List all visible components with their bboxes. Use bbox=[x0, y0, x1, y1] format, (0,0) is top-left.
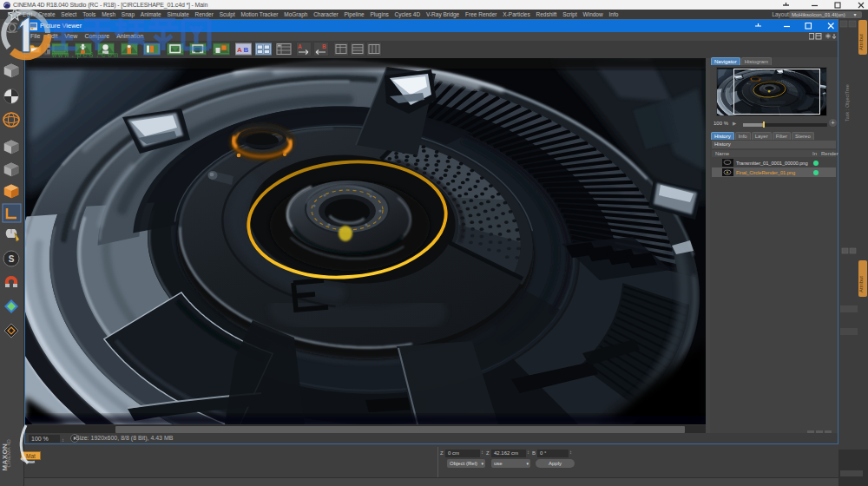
svg-text:A: A bbox=[237, 46, 242, 54]
svg-text:Task : ObjectTree: Task : ObjectTree bbox=[845, 84, 850, 122]
svg-text:Attribut: Attribut bbox=[858, 34, 864, 50]
svg-text:S: S bbox=[9, 254, 15, 264]
svg-text:B: B bbox=[322, 43, 326, 49]
svg-text:Attribut: Attribut bbox=[858, 276, 864, 292]
svg-text:B: B bbox=[244, 46, 249, 54]
svg-text:A: A bbox=[298, 43, 302, 49]
